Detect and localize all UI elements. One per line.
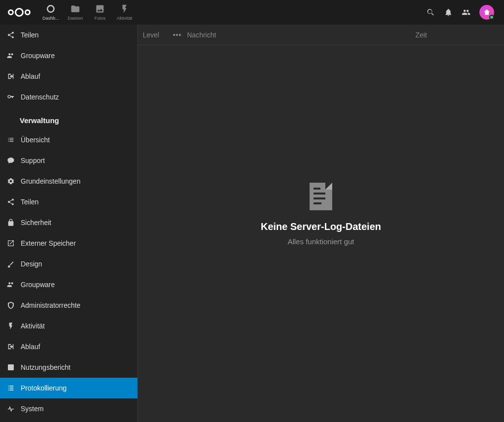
sidebar-item-label: Grundeinstellungen	[21, 177, 80, 185]
sidebar-item-aktivit-t[interactable]: Aktivität	[0, 316, 137, 336]
key-icon	[6, 92, 16, 102]
bolt-icon	[6, 321, 16, 331]
sidebar-item-externer-speicher[interactable]: Externer Speicher	[0, 233, 137, 254]
pulse-icon	[6, 404, 16, 414]
sidebar-item-ablauf[interactable]: Ablauf	[0, 336, 137, 357]
app-logo[interactable]	[4, 8, 34, 17]
topbar-actions	[426, 5, 500, 20]
sidebar-item-label: Support	[21, 157, 45, 164]
sidebar-item-label: Teilen	[21, 31, 39, 39]
topnav-dashb[interactable]: Dashb...	[38, 0, 63, 25]
sidebar-item-label: Ablauf	[21, 343, 40, 351]
sidebar-item-label: Teilen	[21, 198, 39, 206]
sidebar-item-label: Ablauf	[21, 72, 40, 80]
empty-state-title: Keine Server-Log-Dateien	[261, 221, 381, 232]
sidebar-item-administratorrechte[interactable]: Administratorrechte	[0, 295, 137, 316]
sidebar-item-protokollierung[interactable]: Protokollierung	[0, 378, 137, 398]
list-icon	[6, 135, 16, 145]
svg-point-0	[47, 5, 54, 12]
sidebar-item-label: Sicherheit	[21, 219, 51, 227]
sidebar-item-label: Übersicht	[21, 136, 50, 144]
empty-state: Keine Server-Log-Dateien Alles funktioni…	[138, 26, 504, 402]
top-navigation: Dashb...DateienFotosAktivität	[38, 0, 137, 25]
share-icon	[6, 30, 16, 40]
contacts-icon[interactable]	[462, 8, 471, 17]
status-dot-icon	[489, 15, 494, 20]
sidebar-item-label: Design	[21, 260, 42, 268]
search-icon[interactable]	[426, 8, 435, 17]
share-icon	[6, 197, 16, 207]
sidebar-section-title: Verwaltung	[0, 107, 137, 130]
group-icon	[6, 51, 16, 61]
topbar: Dashb...DateienFotosAktivität	[0, 0, 504, 25]
sidebar-item-design[interactable]: Design	[0, 254, 137, 274]
log-content: Level ••• Nachricht Zeit Keine Server-Lo…	[138, 25, 504, 422]
sidebar-item-groupware[interactable]: Groupware	[0, 274, 137, 295]
exit-icon	[6, 71, 16, 81]
bolt-icon	[120, 4, 129, 16]
sidebar-item-label: Nutzungsbericht	[21, 363, 70, 371]
document-icon	[310, 183, 332, 210]
sidebar-item-system[interactable]: System	[0, 398, 137, 419]
sidebar-item-sicherheit[interactable]: Sicherheit	[0, 212, 137, 233]
group-icon	[6, 280, 16, 290]
topnav-dateien[interactable]: Dateien	[63, 0, 88, 25]
bell-icon[interactable]	[444, 8, 453, 17]
report-icon	[6, 362, 16, 372]
topnav-aktivitt[interactable]: Aktivität	[112, 0, 137, 25]
sidebar-item-ablauf[interactable]: Ablauf	[0, 66, 137, 87]
sidebar-item-support[interactable]: Support	[0, 150, 137, 171]
sidebar-item--bersicht[interactable]: Übersicht	[0, 130, 137, 150]
user-avatar[interactable]	[479, 5, 494, 20]
brush-icon	[6, 259, 16, 269]
protocol-icon	[6, 383, 16, 393]
sidebar-item-label: Externer Speicher	[21, 239, 76, 247]
topnav-fotos[interactable]: Fotos	[88, 0, 112, 25]
sidebar-item-label: Datenschutz	[21, 93, 59, 101]
sidebar-item-label: System	[21, 405, 44, 413]
sidebar-item-teilen[interactable]: Teilen	[0, 192, 137, 212]
sidebar-item-teilen[interactable]: Teilen	[0, 25, 137, 45]
folder-icon	[70, 4, 80, 16]
exit-icon	[6, 342, 16, 352]
sidebar-item-label: Protokollierung	[21, 384, 66, 392]
admin-icon	[6, 300, 16, 310]
empty-state-subtitle: Alles funktioniert gut	[287, 237, 354, 246]
sidebar-item-groupware[interactable]: Groupware	[0, 45, 137, 66]
sidebar-item-grundeinstellungen[interactable]: Grundeinstellungen	[0, 171, 137, 192]
sidebar-item-label: Administratorrechte	[21, 301, 80, 309]
gear-icon	[6, 176, 16, 186]
external-icon	[6, 238, 16, 248]
settings-sidebar: TeilenGroupwareAblaufDatenschutz Verwalt…	[0, 25, 138, 422]
circle-icon	[46, 4, 56, 16]
lock-icon	[6, 218, 16, 227]
sidebar-item-label: Aktivität	[21, 322, 45, 330]
sidebar-item-datenschutz[interactable]: Datenschutz	[0, 87, 137, 107]
comment-icon	[6, 156, 16, 165]
sidebar-item-label: Groupware	[21, 52, 55, 60]
sidebar-item-nutzungsbericht[interactable]: Nutzungsbericht	[0, 357, 137, 378]
sidebar-item-label: Groupware	[21, 281, 55, 289]
image-icon	[95, 4, 105, 16]
